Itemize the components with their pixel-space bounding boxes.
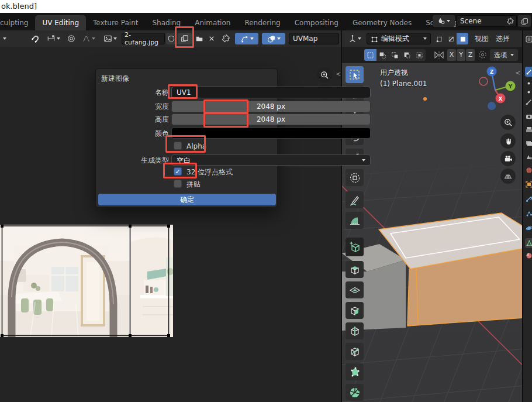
select-new-icon bbox=[367, 51, 374, 59]
width-slider[interactable]: 2048 px bbox=[171, 101, 371, 112]
tab-particles[interactable] bbox=[525, 209, 532, 217]
tab-output[interactable] bbox=[525, 126, 532, 133]
tab-sculpting[interactable]: culpting bbox=[0, 15, 35, 30]
snap-toggle-button[interactable] bbox=[29, 33, 42, 44]
proportional-editing-button[interactable] bbox=[65, 33, 77, 44]
tab-tool[interactable] bbox=[525, 98, 532, 106]
open-image-button[interactable] bbox=[194, 33, 205, 44]
tab-render[interactable] bbox=[525, 112, 532, 120]
gizmo-neg-z-ball[interactable] bbox=[488, 102, 496, 110]
name-label: 名称 bbox=[96, 87, 169, 98]
scene-browse-button[interactable] bbox=[433, 15, 455, 27]
uv-sidebar-collapse-arrow[interactable]: < bbox=[336, 70, 341, 78]
mode-selector[interactable]: 编辑模式 bbox=[367, 33, 431, 44]
snap-increment-icon bbox=[47, 35, 56, 43]
svg-text:Y: Y bbox=[508, 84, 513, 90]
tool-inset-faces[interactable] bbox=[346, 281, 364, 298]
tool-annotate[interactable] bbox=[346, 191, 364, 208]
tab-texture-paint[interactable]: Texture Paint bbox=[86, 15, 145, 30]
tab-compositing[interactable]: Compositing bbox=[288, 15, 346, 30]
tab-view-layer[interactable] bbox=[525, 139, 532, 147]
select-subtract-button[interactable] bbox=[389, 49, 401, 61]
tab-active-tool[interactable] bbox=[525, 67, 532, 77]
tab-animation[interactable]: Animation bbox=[188, 15, 237, 30]
scene-name-field[interactable]: Scene bbox=[456, 15, 517, 27]
select-intersect-button[interactable] bbox=[413, 49, 426, 61]
tab-object-data[interactable] bbox=[525, 238, 532, 248]
falloff-curve-button[interactable] bbox=[78, 33, 98, 44]
name-input[interactable]: UV1 bbox=[171, 87, 371, 98]
tab-physics[interactable] bbox=[525, 224, 532, 232]
mirror-y-toggle[interactable]: Y bbox=[457, 49, 465, 61]
editor-type-button[interactable] bbox=[0, 33, 9, 44]
dialog-title: 新建图像 bbox=[101, 74, 129, 84]
camera-icon bbox=[503, 154, 513, 163]
tool-extrude-region[interactable] bbox=[346, 261, 364, 278]
tab-scene[interactable] bbox=[525, 153, 532, 160]
height-slider[interactable]: 2048 px bbox=[171, 114, 371, 125]
new-scene-button[interactable] bbox=[518, 15, 531, 27]
mirror-toggle[interactable] bbox=[434, 50, 444, 60]
gizmos-toggle-button[interactable] bbox=[235, 33, 258, 44]
tab-material[interactable] bbox=[525, 252, 532, 259]
tiled-checkbox[interactable] bbox=[174, 180, 182, 188]
knife-icon bbox=[348, 345, 361, 358]
overlays-toggle-button[interactable] bbox=[262, 33, 285, 44]
uv-image-preview[interactable] bbox=[0, 225, 173, 337]
tab-uv-editing[interactable]: UV Editing bbox=[35, 15, 86, 30]
proportional-editing-toggle[interactable] bbox=[478, 50, 487, 59]
pin-icon[interactable] bbox=[506, 18, 514, 25]
spin-icon bbox=[348, 386, 361, 399]
viewport-ortho-button[interactable] bbox=[500, 169, 516, 184]
generated-type-dropdown[interactable]: 空白 bbox=[171, 154, 371, 166]
edge-select-icon bbox=[447, 35, 455, 43]
properties-editor-type-icon[interactable] bbox=[525, 35, 532, 43]
select-mode-edge[interactable] bbox=[445, 33, 457, 44]
select-mode-face[interactable] bbox=[457, 33, 468, 44]
uvmap-field[interactable]: UVMap bbox=[289, 33, 339, 44]
snap-mode-button[interactable] bbox=[43, 33, 63, 44]
menu-view[interactable]: 视图 bbox=[475, 30, 489, 47]
extrude-region-icon bbox=[348, 263, 361, 276]
tab-world[interactable] bbox=[525, 166, 532, 174]
image-name-field[interactable]: 2-cufang.jpg bbox=[122, 33, 165, 44]
editor-type-button[interactable] bbox=[344, 33, 365, 44]
mirror-z-toggle[interactable]: Z bbox=[466, 49, 475, 61]
uv-zoom-button[interactable] bbox=[317, 67, 332, 83]
select-mode-vertex[interactable] bbox=[433, 33, 445, 44]
transform-icon bbox=[348, 171, 361, 184]
duplicate-icon bbox=[521, 18, 528, 25]
tool-poly-build[interactable] bbox=[346, 363, 364, 380]
select-invert-button[interactable] bbox=[401, 49, 413, 61]
viewport-camera-button[interactable] bbox=[500, 151, 516, 166]
tool-transform[interactable] bbox=[346, 169, 364, 186]
tool-loop-cut[interactable] bbox=[346, 322, 364, 339]
zoom-in-icon bbox=[503, 118, 513, 127]
tool-measure[interactable] bbox=[346, 212, 364, 229]
proportional-editing-icon bbox=[67, 35, 75, 43]
tool-add-cube[interactable] bbox=[346, 238, 364, 256]
viewport-zoom-button[interactable] bbox=[500, 115, 516, 130]
viewport-pan-button[interactable] bbox=[500, 133, 516, 149]
menu-select[interactable]: 选择 bbox=[496, 30, 510, 47]
tool-knife[interactable] bbox=[346, 343, 364, 360]
pin-button[interactable] bbox=[221, 34, 230, 43]
mirror-x-toggle[interactable]: X bbox=[447, 49, 456, 61]
select-extend-button[interactable] bbox=[376, 49, 389, 61]
image-browse-button[interactable] bbox=[99, 33, 120, 44]
gizmo-neg-x-ball[interactable] bbox=[479, 77, 488, 85]
tab-rendering[interactable]: Rendering bbox=[237, 15, 287, 30]
tab-geometry-nodes[interactable]: Geometry Nodes bbox=[346, 15, 419, 30]
navigation-gizmo[interactable]: Z Y X bbox=[476, 64, 522, 112]
ok-button[interactable]: 确定 bbox=[98, 194, 276, 205]
tool-spin[interactable] bbox=[346, 384, 364, 401]
tool-select-box[interactable] bbox=[346, 66, 364, 83]
select-set-button[interactable] bbox=[364, 49, 376, 61]
tool-bevel[interactable] bbox=[346, 302, 364, 319]
unlink-image-button[interactable] bbox=[206, 33, 217, 44]
tab-object[interactable] bbox=[525, 180, 532, 188]
color-label: 颜色 bbox=[96, 128, 169, 139]
options-dropdown[interactable]: 选项 bbox=[490, 49, 518, 61]
tab-modifiers[interactable] bbox=[525, 195, 532, 202]
annotation-box-name-value bbox=[168, 84, 198, 99]
